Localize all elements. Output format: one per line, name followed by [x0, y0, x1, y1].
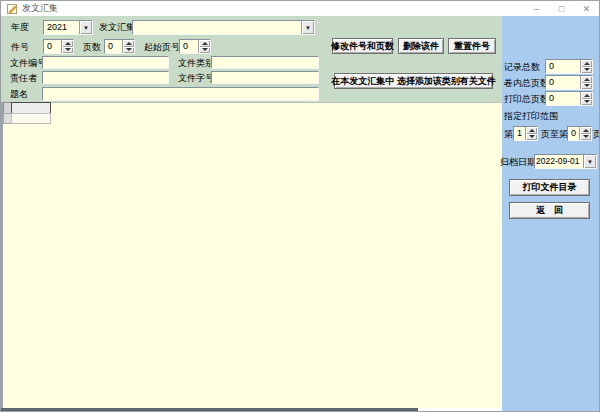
modify-item-button[interactable]: 修改件号和页数: [332, 38, 393, 54]
year-value: 2021: [44, 21, 79, 34]
title-field-label: 题名: [10, 89, 28, 100]
collection-name-combo[interactable]: ▼: [132, 20, 315, 35]
print-pages-value: 0: [546, 92, 580, 105]
maximize-icon[interactable]: □: [549, 1, 574, 16]
bottom-edge-strip: [1, 408, 418, 412]
doc-ref-field[interactable]: [211, 71, 319, 84]
range-from-label: 第: [504, 129, 513, 140]
volume-pages-value: 0: [546, 76, 580, 89]
year-label: 年度: [11, 22, 29, 33]
print-pages-spinner[interactable]: 0: [545, 91, 593, 106]
chevron-down-icon[interactable]: ▼: [79, 21, 92, 34]
range-to-spinner[interactable]: 0: [567, 126, 592, 141]
item-no-value: 0: [44, 40, 61, 53]
delete-item-button[interactable]: 删除该件: [398, 38, 444, 54]
spin-down-icon[interactable]: [580, 134, 591, 141]
range-from-updown: [525, 127, 537, 140]
start-page-value: 0: [180, 40, 198, 53]
close-icon[interactable]: ✕: [574, 1, 599, 16]
range-to-value: 0: [568, 127, 579, 140]
print-pages-updown: [580, 92, 592, 105]
range-to-label: 页至第: [541, 129, 568, 140]
spin-down-icon[interactable]: [581, 83, 592, 90]
archive-date-value: 2022-09-01: [535, 155, 583, 168]
spin-down-icon[interactable]: [581, 99, 592, 106]
record-total-spinner[interactable]: 0: [545, 59, 593, 74]
start-page-updown: [198, 40, 210, 53]
doc-type-label: 文件类别: [178, 58, 214, 69]
dialog-window: 发文汇集 – □ ✕ 年度 2021 ▼ 发文汇集名称 ▼ 件号 0 页数 0: [0, 0, 600, 412]
app-icon: [7, 4, 18, 14]
print-pages-label: 打印总页数: [504, 94, 549, 105]
spin-down-icon[interactable]: [199, 47, 210, 54]
archive-date-combo[interactable]: 2022-09-01 ▼: [534, 154, 597, 169]
record-total-updown: [580, 60, 592, 73]
doc-no-label: 文件编号: [10, 58, 46, 69]
author-label: 责任者: [10, 73, 37, 84]
chevron-down-icon[interactable]: ▼: [583, 155, 596, 168]
title-bar: 发文汇集 – □ ✕: [1, 1, 599, 16]
item-no-spinner[interactable]: 0: [43, 39, 74, 54]
record-total-value: 0: [546, 60, 580, 73]
range-from-spinner[interactable]: 1: [513, 126, 538, 141]
print-catalog-button[interactable]: 打印文件目录: [509, 179, 590, 196]
pages-spinner[interactable]: 0: [104, 39, 135, 54]
minimize-icon[interactable]: –: [524, 1, 549, 16]
item-no-label: 件号: [11, 42, 29, 53]
print-range-label: 指定打印范围: [504, 111, 558, 122]
doc-ref-label: 文件字号: [178, 73, 214, 84]
doc-type-field[interactable]: [211, 56, 319, 69]
range-page-label: 页: [593, 129, 600, 140]
title-field[interactable]: [42, 87, 319, 101]
collection-name-value: [133, 21, 301, 34]
chevron-down-icon[interactable]: ▼: [301, 21, 314, 34]
spin-down-icon[interactable]: [581, 67, 592, 74]
spin-down-icon[interactable]: [62, 47, 73, 54]
range-to-updown: [579, 127, 591, 140]
back-button[interactable]: 返 回: [509, 202, 590, 219]
pages-updown: [122, 40, 134, 53]
doc-no-field[interactable]: [42, 56, 169, 69]
reset-item-button[interactable]: 重置件号: [448, 38, 496, 54]
item-no-updown: [61, 40, 73, 53]
pages-value: 0: [105, 40, 122, 53]
record-total-label: 记录总数: [504, 62, 540, 73]
window-title: 发文汇集: [22, 2, 58, 15]
grid-data-cell[interactable]: [11, 113, 51, 124]
window-controls: – □ ✕: [524, 1, 599, 16]
spin-down-icon[interactable]: [526, 134, 537, 141]
archive-date-label: 归档日期: [500, 157, 536, 168]
pages-label: 页数: [83, 42, 101, 53]
range-from-value: 1: [514, 127, 525, 140]
grid-area: [1, 102, 502, 408]
start-page-label: 起始页号: [144, 42, 180, 53]
select-add-files-button[interactable]: 在本发文汇集中 选择添加该类别有关文件: [334, 73, 493, 89]
spin-down-icon[interactable]: [123, 47, 134, 54]
volume-pages-label: 卷内总页数: [504, 78, 549, 89]
year-combo[interactable]: 2021 ▼: [43, 20, 93, 35]
author-field[interactable]: [42, 71, 169, 84]
volume-pages-spinner[interactable]: 0: [545, 75, 593, 90]
start-page-spinner[interactable]: 0: [179, 39, 211, 54]
volume-pages-updown: [580, 76, 592, 89]
